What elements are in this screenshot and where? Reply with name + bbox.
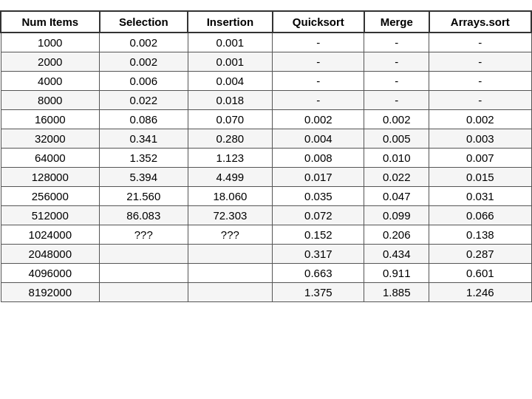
table-cell: 0.015 <box>429 168 531 187</box>
table-cell: 0.663 <box>273 264 364 283</box>
table-cell: ??? <box>100 225 188 245</box>
table-cell: 0.002 <box>100 52 188 72</box>
table-cell: 0.099 <box>364 206 429 225</box>
table-cell: 0.280 <box>188 129 273 149</box>
table-cell: 0.008 <box>273 149 364 168</box>
table-cell: 0.006 <box>100 72 188 91</box>
table-cell: 1.246 <box>429 283 531 302</box>
table-cell: 18.060 <box>188 187 273 206</box>
table-cell: 0.017 <box>273 168 364 187</box>
table-cell <box>188 283 273 302</box>
table-cell: 0.086 <box>100 110 188 129</box>
table-cell: - <box>429 72 531 91</box>
table-cell: - <box>364 91 429 110</box>
table-cell: 128000 <box>1 168 100 187</box>
table-cell: 8192000 <box>1 283 100 302</box>
table-cell: 64000 <box>1 149 100 168</box>
table-cell: 0.341 <box>100 129 188 149</box>
table-cell: 1.885 <box>364 283 429 302</box>
table-cell: 0.002 <box>429 110 531 129</box>
table-cell: 0.601 <box>429 264 531 283</box>
table-cell: - <box>429 52 531 72</box>
table-cell: 21.560 <box>100 187 188 206</box>
table-cell: 0.138 <box>429 225 531 245</box>
table-cell: 0.022 <box>364 168 429 187</box>
comparison-table: Num ItemsSelectionInsertionQuicksortMerg… <box>0 10 532 302</box>
table-cell: 0.018 <box>188 91 273 110</box>
table-row: 81920001.3751.8851.246 <box>1 283 531 302</box>
table-cell: 72.303 <box>188 206 273 225</box>
table-header-row: Num ItemsSelectionInsertionQuicksortMerg… <box>1 11 531 33</box>
table-cell: - <box>429 33 531 52</box>
table-row: 20000.0020.001--- <box>1 52 531 72</box>
table-cell: 1.375 <box>273 283 364 302</box>
table-body: 10000.0020.001---20000.0020.001---40000.… <box>1 33 531 302</box>
table-row: 640001.3521.1230.0080.0100.007 <box>1 149 531 168</box>
table-cell: 256000 <box>1 187 100 206</box>
table-cell: 4096000 <box>1 264 100 283</box>
table-row: 80000.0220.018--- <box>1 91 531 110</box>
table-cell <box>100 283 188 302</box>
table-cell: - <box>273 72 364 91</box>
table-cell: 0.070 <box>188 110 273 129</box>
table-cell: 0.072 <box>273 206 364 225</box>
table-cell: 0.022 <box>100 91 188 110</box>
table-cell: 0.003 <box>429 129 531 149</box>
table-row: 1280005.3944.4990.0170.0220.015 <box>1 168 531 187</box>
table-cell: - <box>273 91 364 110</box>
table-cell: 0.066 <box>429 206 531 225</box>
table-row: 40000.0060.004--- <box>1 72 531 91</box>
table-cell: 0.004 <box>188 72 273 91</box>
table-cell <box>188 245 273 264</box>
col-header-0: Num Items <box>1 11 100 33</box>
table-row: 320000.3410.2800.0040.0050.003 <box>1 129 531 149</box>
table-cell: 0.002 <box>364 110 429 129</box>
table-row: 20480000.3170.4340.287 <box>1 245 531 264</box>
table-row: 51200086.08372.3030.0720.0990.066 <box>1 206 531 225</box>
table-row: 160000.0860.0700.0020.0020.002 <box>1 110 531 129</box>
table-row: 10000.0020.001--- <box>1 33 531 52</box>
table-cell: 16000 <box>1 110 100 129</box>
table-cell: - <box>364 72 429 91</box>
table-cell: 1000 <box>1 33 100 52</box>
table-cell: 0.010 <box>364 149 429 168</box>
table-cell: 0.911 <box>364 264 429 283</box>
col-header-5: Arrays.sort <box>429 11 531 33</box>
table-row: 25600021.56018.0600.0350.0470.031 <box>1 187 531 206</box>
table-cell: 0.287 <box>429 245 531 264</box>
table-cell: 0.002 <box>100 33 188 52</box>
table-cell: - <box>364 33 429 52</box>
table-cell: 1024000 <box>1 225 100 245</box>
table-cell: 0.047 <box>364 187 429 206</box>
table-cell: 2000 <box>1 52 100 72</box>
table-cell: ??? <box>188 225 273 245</box>
table-cell: 1.352 <box>100 149 188 168</box>
table-cell: 1.123 <box>188 149 273 168</box>
table-cell: 0.001 <box>188 33 273 52</box>
table-cell: 0.002 <box>273 110 364 129</box>
table-cell: - <box>364 52 429 72</box>
table-row: 1024000??????0.1520.2060.138 <box>1 225 531 245</box>
table-cell: - <box>429 91 531 110</box>
table-cell: 0.152 <box>273 225 364 245</box>
table-cell: 4.499 <box>188 168 273 187</box>
table-cell: 0.317 <box>273 245 364 264</box>
table-cell <box>188 264 273 283</box>
table-cell: 8000 <box>1 91 100 110</box>
table-cell <box>100 264 188 283</box>
table-cell: 0.434 <box>364 245 429 264</box>
table-cell <box>100 245 188 264</box>
col-header-2: Insertion <box>188 11 273 33</box>
col-header-4: Merge <box>364 11 429 33</box>
table-cell: 0.031 <box>429 187 531 206</box>
col-header-1: Selection <box>100 11 188 33</box>
table-cell: 4000 <box>1 72 100 91</box>
table-row: 40960000.6630.9110.601 <box>1 264 531 283</box>
table-cell: 32000 <box>1 129 100 149</box>
table-cell: - <box>273 33 364 52</box>
page-title <box>0 0 532 10</box>
table-cell: 0.004 <box>273 129 364 149</box>
table-cell: 0.001 <box>188 52 273 72</box>
table-cell: 0.035 <box>273 187 364 206</box>
table-cell: 5.394 <box>100 168 188 187</box>
